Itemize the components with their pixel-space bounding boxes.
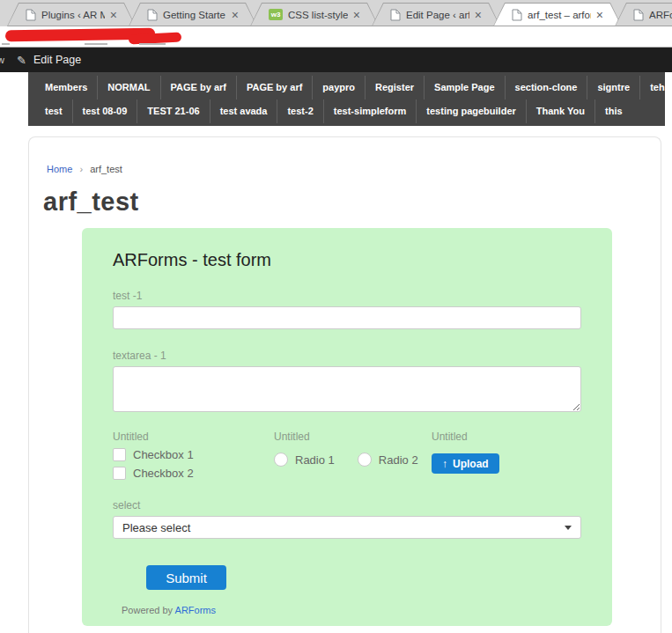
nav-item-this[interactable]: this xyxy=(595,99,632,123)
form-title: ARForms - test form xyxy=(113,250,581,270)
tab-title: ARFor xyxy=(649,10,672,20)
tab-title: Plugins ‹ AR M xyxy=(41,10,105,20)
edit-page-link[interactable]: Edit Page xyxy=(33,54,81,66)
page-icon xyxy=(390,9,401,21)
tab-plugins[interactable]: Plugins ‹ AR M × xyxy=(7,3,136,26)
nav-item-test-2[interactable]: test-2 xyxy=(277,99,323,123)
page-content: Home › arf_test arf_test ARForms - test … xyxy=(28,136,661,633)
radio-1[interactable] xyxy=(274,453,288,467)
powered-by-text: Powered by xyxy=(122,605,175,615)
tab-edit-page[interactable]: Edit Page ‹ arf × xyxy=(372,3,500,26)
nav-item-members[interactable]: Members xyxy=(35,76,98,99)
powered-by: Powered by ARForms xyxy=(122,605,581,615)
nav-item-signtre[interactable]: signtre xyxy=(587,76,640,99)
radio-2[interactable] xyxy=(358,453,372,467)
arforms-panel: ARForms - test form test -1 textarea - 1… xyxy=(82,228,612,626)
page-icon xyxy=(633,9,644,21)
browser-tab-bar: Plugins ‹ AR M × Getting Starte × w3 CSS… xyxy=(0,0,672,26)
select-field-label: select xyxy=(113,499,581,512)
nav-row-1: Members NORMAL PAGE by arf PAGE by arf p… xyxy=(35,76,658,99)
close-icon[interactable]: × xyxy=(596,9,603,21)
upload-button[interactable]: ↑ Upload xyxy=(432,453,499,474)
tab-title: CSS list-style-t xyxy=(288,10,348,20)
checkbox-group-label: Untitled xyxy=(113,431,274,443)
nav-item-test-simpleform[interactable]: test-simpleform xyxy=(324,99,417,123)
nav-item-test-08-09[interactable]: test 08-09 xyxy=(73,99,138,123)
checkbox-option: Checkbox 1 xyxy=(113,448,274,461)
close-icon[interactable]: × xyxy=(110,9,117,21)
tab-css-list-style[interactable]: w3 CSS list-style-t × xyxy=(250,3,379,26)
upload-group-label: Untitled xyxy=(432,431,581,443)
breadcrumb-current: arf_test xyxy=(90,164,122,174)
text-field-label: test -1 xyxy=(113,290,581,302)
upload-button-label: Upload xyxy=(453,458,489,470)
nav-item-paypro[interactable]: paypro xyxy=(313,76,366,99)
site-nav-menu: Members NORMAL PAGE by arf PAGE by arf p… xyxy=(28,72,665,126)
checkbox-2-label: Checkbox 2 xyxy=(133,467,194,480)
nav-item-register[interactable]: Register xyxy=(366,76,425,99)
select-dropdown[interactable]: Please select xyxy=(113,516,581,539)
checkbox-option: Checkbox 2 xyxy=(113,467,274,480)
close-icon[interactable]: × xyxy=(353,9,360,21)
tab-title: Edit Page ‹ arf xyxy=(406,10,469,20)
wp-admin-bar: w ✎ Edit Page xyxy=(0,48,672,72)
tab-title: arf_test – arfor xyxy=(528,10,591,20)
nav-item-testing-pagebuilder[interactable]: testing pagebuilder xyxy=(417,99,526,123)
checkbox-1[interactable] xyxy=(113,448,126,461)
text-remnant xyxy=(139,43,166,45)
breadcrumb-separator-icon: › xyxy=(79,164,83,174)
text-remnant xyxy=(2,43,10,45)
nav-item-thank-you[interactable]: Thank You xyxy=(527,99,595,123)
pencil-icon: ✎ xyxy=(17,54,26,67)
radio-group-label: Untitled xyxy=(274,431,432,443)
tab-arforms[interactable]: ARFor xyxy=(615,3,672,26)
radio-2-label: Radio 2 xyxy=(379,453,418,467)
nav-row-2: test test 08-09 TEST 21-06 test avada te… xyxy=(35,99,658,123)
textarea-field-label: textarea - 1 xyxy=(113,350,581,362)
radio-option: Radio 2 xyxy=(358,453,418,467)
options-row: Untitled Checkbox 1 Checkbox 2 Untitled … xyxy=(113,431,581,480)
tab-title: Getting Starte xyxy=(163,10,226,20)
checkbox-2[interactable] xyxy=(113,467,126,480)
tab-getting-started[interactable]: Getting Starte × xyxy=(129,3,257,26)
browser-toolbar xyxy=(0,26,672,48)
select-selected-value: Please select xyxy=(122,521,565,534)
page-icon xyxy=(26,9,36,21)
radio-group: Untitled Radio 1 Radio 2 xyxy=(274,431,432,480)
textarea-field-input[interactable] xyxy=(113,366,581,412)
nav-item-sample-page[interactable]: Sample Page xyxy=(425,76,505,99)
nav-item-test-c[interactable]: test xyxy=(35,99,73,123)
close-icon[interactable]: × xyxy=(475,9,482,21)
breadcrumb-home-link[interactable]: Home xyxy=(47,164,72,174)
page-icon xyxy=(147,9,158,21)
submit-button[interactable]: Submit xyxy=(146,565,226,590)
nav-item-tehs[interactable]: tehs xyxy=(640,76,672,99)
nav-item-page-by-arf-2[interactable]: PAGE by arf xyxy=(237,76,313,99)
text-remnant xyxy=(85,43,107,45)
cut-off-text: w xyxy=(0,55,10,65)
arforms-link[interactable]: ARForms xyxy=(175,605,216,615)
nav-item-test-21-06[interactable]: TEST 21-06 xyxy=(137,99,210,123)
w3schools-icon: w3 xyxy=(269,9,283,20)
checkbox-group: Untitled Checkbox 1 Checkbox 2 xyxy=(113,431,274,480)
page-title: arf_test xyxy=(43,188,646,217)
close-icon[interactable]: × xyxy=(232,9,239,21)
chevron-down-icon xyxy=(565,526,572,530)
radio-option: Radio 1 xyxy=(274,453,335,467)
nav-item-section-clone[interactable]: section-clone xyxy=(506,76,588,99)
checkbox-1-label: Checkbox 1 xyxy=(133,448,194,461)
nav-item-test-avada[interactable]: test avada xyxy=(210,99,278,123)
upload-group: Untitled ↑ Upload xyxy=(432,431,581,480)
radio-1-label: Radio 1 xyxy=(295,453,335,467)
nav-item-page-by-arf-1[interactable]: PAGE by arf xyxy=(161,76,237,99)
nav-item-normal[interactable]: NORMAL xyxy=(98,76,160,99)
upload-arrow-icon: ↑ xyxy=(442,458,447,470)
text-field-input[interactable] xyxy=(113,306,581,329)
breadcrumb: Home › arf_test xyxy=(43,164,646,174)
page-icon xyxy=(512,9,522,21)
tab-arf-test-active[interactable]: arf_test – arfor × xyxy=(493,3,622,26)
